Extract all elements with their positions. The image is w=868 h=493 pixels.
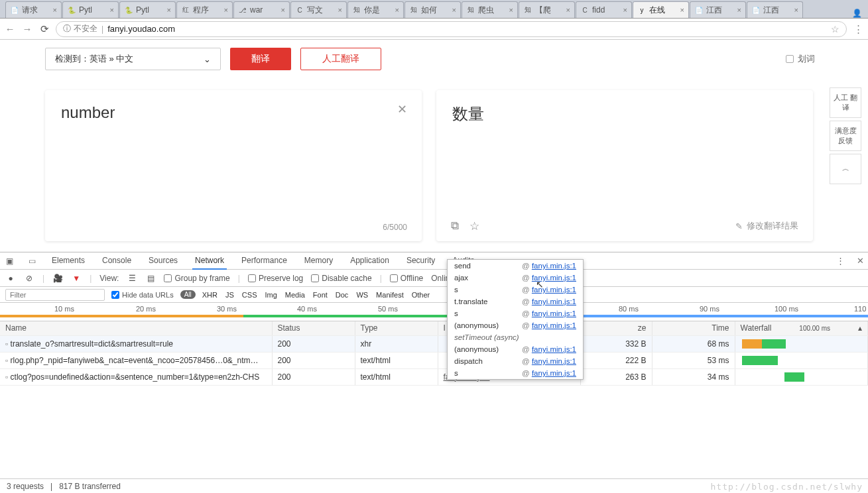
side-scroll-top[interactable]: ︿ [830,154,861,184]
language-selector[interactable]: 检测到：英语 » 中文 ⌄ [45,48,221,70]
browser-tab[interactable]: 📄江西× [690,1,746,18]
browser-tab[interactable]: 红程序× [176,1,233,18]
tab-close-icon[interactable]: × [509,6,513,14]
filter-type-xhr[interactable]: XHR [202,291,217,299]
tab-close-icon[interactable]: × [794,6,798,14]
preserve-log-checkbox[interactable]: Preserve log [248,274,303,283]
reload-button[interactable]: ⟳ [38,23,50,35]
source-link[interactable]: fanyi.min.js:1 [532,357,576,365]
tab-close-icon[interactable]: × [566,6,570,14]
browser-tab[interactable]: 知爬虫× [462,1,518,18]
devtools-tab-application[interactable]: Application [347,256,392,266]
view-list-icon[interactable]: ☰ [127,274,137,283]
filter-type-img[interactable]: Img [265,291,277,299]
clear-input-icon[interactable]: ✕ [397,102,407,117]
filter-input[interactable] [5,289,105,301]
hide-data-urls-checkbox[interactable]: Hide data URLs [111,291,174,299]
callstack-row[interactable]: s@ fanyi.min.js:1 [448,307,583,319]
filter-type-other[interactable]: Other [412,291,430,299]
filter-type-css[interactable]: CSS [242,291,257,299]
browser-tab[interactable]: C写文× [290,1,347,18]
input-pane[interactable]: number ✕ 6/5000 [45,90,422,241]
edit-result-button[interactable]: ✎ 修改翻译结果 [735,220,798,232]
source-link[interactable]: fanyi.min.js:1 [532,345,576,353]
device-icon[interactable]: ▭ [27,256,37,266]
filter-type-media[interactable]: Media [285,291,305,299]
devtools-tab-security[interactable]: Security [404,256,438,266]
browser-tab[interactable]: 知如何× [404,1,461,18]
tab-close-icon[interactable]: × [167,6,171,14]
tab-close-icon[interactable]: × [281,6,285,14]
source-link[interactable]: fanyi.min.js:1 [532,262,576,270]
tab-close-icon[interactable]: × [452,6,456,14]
menu-icon[interactable]: ⋮ [852,23,864,35]
tab-close-icon[interactable]: × [224,6,228,14]
group-by-frame-checkbox[interactable]: Group by frame [164,274,229,283]
browser-tab[interactable]: 知【爬× [519,1,575,18]
devtools-tab-sources[interactable]: Sources [146,256,180,266]
translate-button[interactable]: 翻译 [230,48,291,70]
callstack-row[interactable]: s@ fanyi.min.js:1 [448,367,583,379]
tab-close-icon[interactable]: × [737,6,741,14]
tab-close-icon[interactable]: × [110,6,114,14]
table-header-row[interactable]: Name Status Type I ze Time Waterfall100.… [0,321,868,335]
url-box[interactable]: ⓘ 不安全 | fanyi.youdao.com ☆ [56,21,847,37]
huaci-toggle[interactable]: 划词 [786,53,815,65]
devtools-tab-memory[interactable]: Memory [302,256,336,266]
callstack-row[interactable]: s@ fanyi.min.js:1 [448,284,583,296]
browser-tab[interactable]: 知你是× [347,1,404,18]
star-icon[interactable]: ☆ [469,219,479,233]
profile-icon[interactable]: 👤 [845,9,868,18]
devtools-tab-performance[interactable]: Performance [239,256,290,266]
filter-type-doc[interactable]: Doc [336,291,349,299]
bookmark-star-icon[interactable]: ☆ [831,24,839,34]
source-link[interactable]: fanyi.min.js:1 [532,369,576,377]
source-link[interactable]: fanyi.min.js:1 [532,309,576,317]
side-human-translate[interactable]: 人工 翻译 [830,87,861,118]
human-translate-button[interactable]: 人工翻译 [300,48,381,70]
offline-checkbox[interactable]: Offline [390,274,423,283]
side-feedback[interactable]: 满意度 反馈 [830,121,861,151]
copy-icon[interactable]: ⧉ [451,219,459,233]
devtools-menu-icon[interactable]: ⋮ [836,256,845,266]
source-link[interactable]: fanyi.min.js:1 [532,298,576,305]
back-button[interactable]: ← [4,23,16,34]
table-row[interactable]: ▫ ctlog?pos=undefined&action=&sentence_n… [0,368,868,385]
tab-close-icon[interactable]: × [338,6,342,14]
clear-icon[interactable]: ⊘ [24,274,34,283]
devtools-tab-console[interactable]: Console [99,256,134,266]
forward-button[interactable]: → [21,23,33,34]
devtools-close-icon[interactable]: ✕ [857,256,864,266]
capture-icon[interactable]: 🎥 [52,274,63,283]
browser-tab[interactable]: 📄请求× [5,1,62,18]
tab-close-icon[interactable]: × [623,6,627,14]
source-link[interactable]: fanyi.min.js:1 [532,321,576,329]
tab-close-icon[interactable]: × [680,6,684,14]
callstack-row[interactable]: (anonymous)@ fanyi.min.js:1 [448,343,583,355]
devtools-tab-network[interactable]: Network [192,256,227,270]
browser-tab[interactable]: 📄江西× [747,1,803,18]
devtools-tab-elements[interactable]: Elements [49,256,88,266]
filter-type-js[interactable]: JS [225,291,234,299]
browser-tab[interactable]: 🐍Pytl× [119,1,176,18]
filter-all-pill[interactable]: All [180,290,196,299]
callstack-row[interactable]: t.translate@ fanyi.min.js:1 [448,296,583,307]
tab-close-icon[interactable]: × [53,6,57,14]
filter-type-ws[interactable]: WS [356,291,368,299]
table-row[interactable]: ▫ rlog.php?_npid=fanyiweb&_ncat=event&_n… [0,352,868,368]
browser-tab[interactable]: ⎇war× [233,1,290,18]
view-large-icon[interactable]: ▤ [145,274,156,283]
record-icon[interactable]: ● [5,274,16,283]
browser-tab[interactable]: Cfidd× [576,1,632,18]
callstack-row[interactable]: ajax@ fanyi.min.js:1 [448,272,583,284]
filter-icon[interactable]: ▼ [71,274,82,283]
filter-type-font[interactable]: Font [313,291,328,299]
tab-close-icon[interactable]: × [395,6,399,14]
callstack-row[interactable]: send@ fanyi.min.js:1 [448,260,583,272]
callstack-row[interactable]: dispatch@ fanyi.min.js:1 [448,355,583,367]
disable-cache-checkbox[interactable]: Disable cache [311,274,371,283]
filter-type-manifest[interactable]: Manifest [376,291,404,299]
inspect-icon[interactable]: ▣ [4,256,15,266]
callstack-row[interactable]: (anonymous)@ fanyi.min.js:1 [448,319,583,331]
timeline-overview[interactable]: 10 ms 20 ms 30 ms 40 ms 50 ms 80 ms 90 m… [0,303,868,321]
